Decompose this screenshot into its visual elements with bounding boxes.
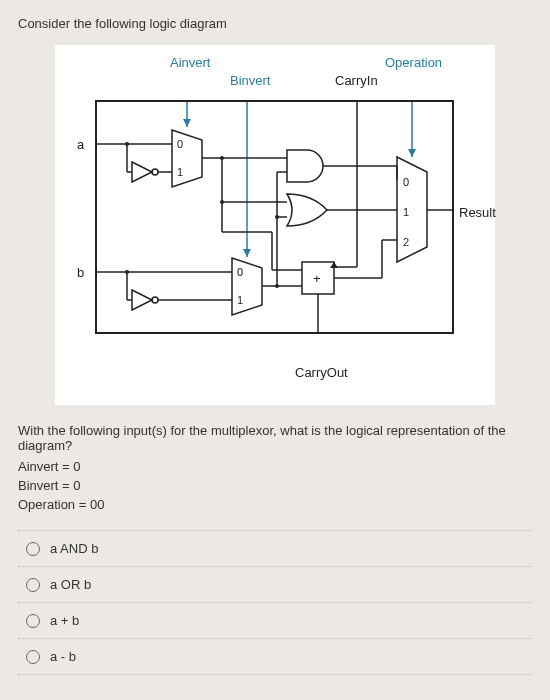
- label-result: Result: [459, 205, 496, 220]
- svg-point-37: [275, 215, 279, 219]
- option-label: a AND b: [50, 541, 98, 556]
- adder-symbol: +: [313, 271, 321, 286]
- op-mux-input-0: 0: [403, 176, 409, 188]
- label-input-b: b: [77, 265, 84, 280]
- svg-marker-6: [408, 149, 416, 157]
- svg-point-12: [125, 142, 129, 146]
- mux-b-input-1: 1: [237, 294, 243, 306]
- label-binvert: Binvert: [230, 73, 270, 88]
- svg-marker-44: [330, 262, 338, 268]
- option-label: a + b: [50, 613, 79, 628]
- diagram-frame: 0 1 0 1: [95, 100, 454, 334]
- svg-marker-3: [243, 249, 251, 257]
- mux-b-input-0: 0: [237, 266, 243, 278]
- option-a-plus-b[interactable]: a + b: [18, 603, 532, 639]
- answer-options: a AND b a OR b a + b a - b: [18, 530, 532, 675]
- svg-point-20: [125, 270, 129, 274]
- label-carryin: CarryIn: [335, 73, 378, 88]
- label-ainvert: Ainvert: [170, 55, 210, 70]
- label-operation: Operation: [385, 55, 442, 70]
- radio-icon: [26, 650, 40, 664]
- given-binvert: Binvert = 0: [18, 478, 532, 493]
- option-label: a - b: [50, 649, 76, 664]
- given-operation: Operation = 00: [18, 497, 532, 512]
- option-a-minus-b[interactable]: a - b: [18, 639, 532, 675]
- prompt-text: Consider the following logic diagram: [18, 16, 532, 31]
- mux-a-input-0: 0: [177, 138, 183, 150]
- op-mux-input-1: 1: [403, 206, 409, 218]
- radio-icon: [26, 614, 40, 628]
- logic-diagram: Ainvert Binvert CarryIn Operation a b Re…: [55, 45, 495, 405]
- given-ainvert: Ainvert = 0: [18, 459, 532, 474]
- svg-marker-16: [132, 290, 152, 310]
- svg-marker-1: [183, 119, 191, 127]
- radio-icon: [26, 542, 40, 556]
- label-carryout: CarryOut: [295, 365, 348, 380]
- option-a-and-b[interactable]: a AND b: [18, 531, 532, 567]
- label-input-a: a: [77, 137, 84, 152]
- mux-a-input-1: 1: [177, 166, 183, 178]
- svg-point-27: [220, 200, 224, 204]
- option-a-or-b[interactable]: a OR b: [18, 567, 532, 603]
- diagram-svg: 0 1 0 1: [97, 102, 452, 332]
- option-label: a OR b: [50, 577, 91, 592]
- radio-icon: [26, 578, 40, 592]
- op-mux-input-2: 2: [403, 236, 409, 248]
- question-text: With the following input(s) for the mult…: [18, 423, 532, 453]
- svg-marker-8: [132, 162, 152, 182]
